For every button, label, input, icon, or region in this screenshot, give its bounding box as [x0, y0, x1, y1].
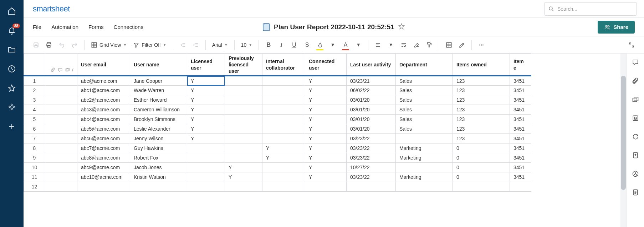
cell-email[interactable]: abc9@acme.com	[77, 163, 130, 172]
cell-connected[interactable]: Y	[305, 143, 347, 153]
notifications-icon[interactable]: 88	[7, 26, 16, 35]
cell-internal[interactable]	[262, 182, 305, 192]
cell-name[interactable]: Jacob Jones	[130, 163, 187, 172]
share-button[interactable]: Share	[598, 21, 635, 34]
cell-items-owned[interactable]	[453, 182, 510, 192]
cell-email[interactable]: abc3@acme.com	[77, 105, 130, 115]
row-icons[interactable]	[45, 86, 77, 95]
cell-item-e[interactable]: 3451	[510, 143, 531, 153]
cell-email[interactable]: abc2@acme.com	[77, 95, 130, 105]
cell-internal[interactable]	[262, 86, 305, 95]
outdent-icon[interactable]	[178, 40, 188, 50]
cell-department[interactable]: Sales	[396, 76, 453, 86]
wrap-icon[interactable]	[398, 40, 409, 50]
row-number[interactable]: 4	[24, 105, 45, 115]
grid-scroll[interactable]: i User email User name Licensed user Pre…	[24, 54, 626, 227]
cell-activity[interactable]: 03/01/20	[347, 95, 396, 105]
cell-prev-licensed[interactable]: Y	[225, 163, 262, 172]
row-number[interactable]: 1	[24, 76, 45, 86]
conditional-format-icon[interactable]	[444, 40, 454, 50]
cell-activity[interactable]: 03/23/22	[347, 134, 396, 143]
attachments-icon[interactable]	[632, 77, 639, 85]
vertical-scrollbar[interactable]	[620, 54, 626, 227]
cell-licensed[interactable]	[187, 143, 225, 153]
menu-forms[interactable]: Forms	[88, 24, 104, 30]
favorites-icon[interactable]	[7, 84, 16, 93]
row-icons[interactable]	[45, 163, 77, 172]
cell-item-e[interactable]: 3451	[510, 124, 531, 134]
menu-connections[interactable]: Connections	[114, 24, 143, 30]
row-number[interactable]: 11	[24, 172, 45, 182]
cell-department[interactable]: Sales	[396, 115, 453, 124]
cell-prev-licensed[interactable]	[225, 76, 262, 86]
row-number[interactable]: 12	[24, 182, 45, 192]
cell-items-owned[interactable]: 0	[453, 153, 510, 163]
update-requests-icon[interactable]	[632, 133, 639, 141]
cell-prev-licensed[interactable]	[225, 124, 262, 134]
cell-internal[interactable]	[262, 105, 305, 115]
print-icon[interactable]	[44, 40, 54, 50]
col-connected[interactable]: Connected user	[305, 54, 347, 76]
cell-licensed[interactable]: Y	[187, 76, 225, 86]
cell-connected[interactable]: Y	[305, 134, 347, 143]
cell-department[interactable]: Marketing	[396, 143, 453, 153]
fill-color-icon[interactable]	[315, 40, 325, 50]
cell-licensed[interactable]: Y	[187, 115, 225, 124]
activity-log-icon[interactable]	[632, 170, 639, 178]
col-email[interactable]: User email	[77, 54, 130, 76]
col-prev[interactable]: Previously licensed user	[225, 54, 262, 76]
bold-icon[interactable]: B	[263, 40, 274, 50]
cell-connected[interactable]: Y	[305, 86, 347, 95]
cell-email[interactable]	[77, 182, 130, 192]
cell-item-e[interactable]: 3451	[510, 76, 531, 86]
cell-department[interactable]: Sales	[396, 86, 453, 95]
cell-licensed[interactable]	[187, 153, 225, 163]
cell-name[interactable]: Guy Hawkins	[130, 143, 187, 153]
cell-connected[interactable]: Y	[305, 163, 347, 172]
cell-department[interactable]: Marketing	[396, 153, 453, 163]
cell-prev-licensed[interactable]	[225, 86, 262, 95]
strikethrough-icon[interactable]: S	[302, 40, 312, 50]
col-licensed[interactable]: Licensed user	[187, 54, 225, 76]
row-icons[interactable]	[45, 124, 77, 134]
cell-items-owned[interactable]: 123	[453, 115, 510, 124]
cell-prev-licensed[interactable]: Y	[225, 172, 262, 182]
highlight-changes-icon[interactable]	[456, 40, 467, 50]
cell-connected[interactable]: Y	[305, 105, 347, 115]
cell-email[interactable]: abc5@acme.com	[77, 124, 130, 134]
cell-licensed[interactable]	[187, 182, 225, 192]
row-number-header[interactable]	[24, 54, 45, 76]
cell-name[interactable]: Kristin Watson	[130, 172, 187, 182]
cell-name[interactable]: Jenny Wilson	[130, 134, 187, 143]
conversations-icon[interactable]	[632, 59, 639, 66]
cell-activity[interactable]: 03/23/22	[347, 153, 396, 163]
cell-items-owned[interactable]: 0	[453, 143, 510, 153]
cell-name[interactable]: Leslie Alexander	[130, 124, 187, 134]
cell-activity[interactable]: 03/01/20	[347, 105, 396, 115]
cell-internal[interactable]: Y	[262, 143, 305, 153]
search-input[interactable]	[557, 6, 633, 12]
row-number[interactable]: 5	[24, 115, 45, 124]
cell-item-e[interactable]	[510, 182, 531, 192]
cell-items-owned[interactable]: 123	[453, 76, 510, 86]
cell-item-e[interactable]: 3451	[510, 115, 531, 124]
cell-name[interactable]: Robert Fox	[130, 153, 187, 163]
publish-icon[interactable]	[632, 151, 639, 159]
cell-item-e[interactable]: 3451	[510, 95, 531, 105]
cell-name[interactable]: Wade Warren	[130, 86, 187, 95]
cell-internal[interactable]: Y	[262, 153, 305, 163]
cell-activity[interactable]	[347, 182, 396, 192]
row-icons[interactable]	[45, 76, 77, 86]
cell-licensed[interactable]	[187, 163, 225, 172]
cell-name[interactable]: Esther Howard	[130, 95, 187, 105]
italic-icon[interactable]: I	[276, 40, 287, 50]
home-icon[interactable]	[7, 6, 16, 16]
save-icon[interactable]	[31, 40, 41, 50]
redo-icon[interactable]	[69, 40, 80, 50]
cell-email[interactable]: abc@acme.com	[77, 76, 130, 86]
cell-connected[interactable]: Y	[305, 153, 347, 163]
row-number[interactable]: 2	[24, 86, 45, 95]
cell-item-e[interactable]: 3451	[510, 153, 531, 163]
indent-icon[interactable]	[190, 40, 201, 50]
cell-items-owned[interactable]: 123	[453, 124, 510, 134]
